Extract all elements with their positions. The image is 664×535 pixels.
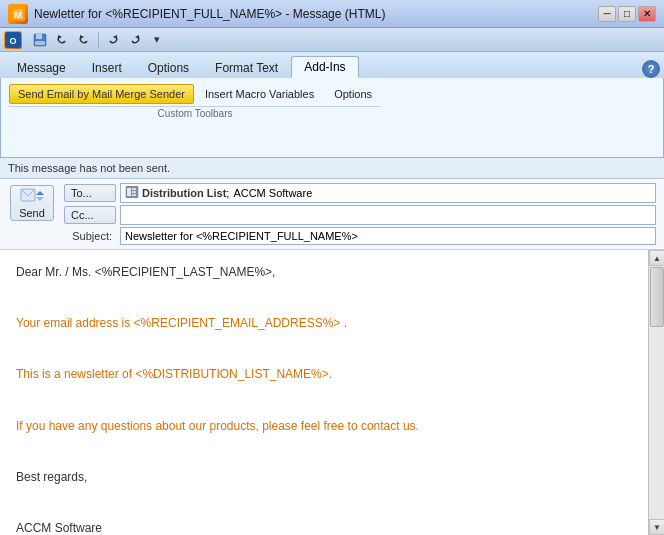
tab-options[interactable]: Options bbox=[135, 56, 202, 78]
email-header: Send To... Distribution List ; bbox=[0, 179, 664, 250]
body-spacer2 bbox=[16, 339, 632, 361]
dist-list-value: ACCM Software bbox=[233, 187, 312, 199]
svg-marker-10 bbox=[113, 35, 117, 39]
options-btn[interactable]: Options bbox=[325, 84, 381, 104]
ribbon-tabs: Message Insert Options Format Text Add-I… bbox=[0, 52, 664, 78]
subject-row: Subject: Newsletter for <%RECIPIENT_FULL… bbox=[64, 227, 656, 245]
svg-text:O: O bbox=[9, 36, 16, 46]
body-line3: This is a newsletter of <%DISTRIBUTION_L… bbox=[16, 364, 632, 386]
cc-field[interactable] bbox=[120, 205, 656, 225]
scroll-thumb[interactable] bbox=[650, 267, 664, 327]
redo-quick-btn[interactable] bbox=[103, 31, 123, 49]
svg-marker-8 bbox=[58, 35, 62, 39]
cc-button[interactable]: Cc... bbox=[64, 206, 116, 224]
toolbar-separator bbox=[98, 32, 99, 48]
send-button-area: Send bbox=[8, 183, 56, 223]
app-window: M Newletter for <%RECIPIENT_FULL_NAME%> … bbox=[0, 0, 664, 535]
office-logo: O bbox=[4, 31, 22, 49]
quick-access-toolbar: O ▾ bbox=[0, 28, 664, 52]
body-line3-text: This is a newsletter of <%DISTRIBUTION_L… bbox=[16, 367, 332, 381]
dropdown-quick-btn[interactable]: ▾ bbox=[147, 31, 167, 49]
body-line2: Your email address is <%RECIPIENT_EMAIL_… bbox=[16, 313, 632, 335]
insert-macro-btn[interactable]: Insert Macro Variables bbox=[196, 84, 323, 104]
svg-rect-19 bbox=[132, 194, 136, 196]
tab-format-text[interactable]: Format Text bbox=[202, 56, 291, 78]
email-compose-area: This message has not been sent. Send bbox=[0, 158, 664, 535]
window-title: Newletter for <%RECIPIENT_FULL_NAME%> - … bbox=[34, 7, 598, 21]
recipient-fields: To... Distribution List ; ACCM Software bbox=[64, 183, 656, 245]
send-label: Send bbox=[19, 207, 45, 219]
body-spacer4 bbox=[16, 441, 632, 463]
svg-rect-16 bbox=[127, 188, 131, 196]
svg-marker-14 bbox=[36, 197, 44, 201]
svg-marker-13 bbox=[36, 191, 44, 195]
dist-list-separator: ; bbox=[226, 187, 229, 199]
save-quick-btn[interactable] bbox=[30, 31, 50, 49]
dist-list-label: Distribution List bbox=[142, 187, 226, 199]
dist-book-icon bbox=[125, 186, 139, 200]
message-status-bar: This message has not been sent. bbox=[0, 158, 664, 179]
title-bar: M Newletter for <%RECIPIENT_FULL_NAME%> … bbox=[0, 0, 664, 28]
group-label: Custom Toolbars bbox=[9, 106, 381, 119]
app-icon: M bbox=[8, 4, 28, 24]
body-line6: ACCM Software bbox=[16, 518, 632, 535]
tab-insert[interactable]: Insert bbox=[79, 56, 135, 78]
cc-row: Cc... bbox=[64, 205, 656, 225]
svg-rect-6 bbox=[36, 34, 42, 39]
svg-text:M: M bbox=[14, 10, 22, 20]
help-button[interactable]: ? bbox=[642, 60, 660, 78]
addon-group: Send Email by Mail Merge Sender Insert M… bbox=[5, 82, 385, 121]
to-button[interactable]: To... bbox=[64, 184, 116, 202]
scroll-down-arrow[interactable]: ▼ bbox=[649, 519, 664, 535]
undo-quick-btn[interactable] bbox=[52, 31, 72, 49]
undo2-quick-btn[interactable] bbox=[74, 31, 94, 49]
email-body[interactable]: Dear Mr. / Ms. <%RECIPIENT_LAST_NAME%>, … bbox=[0, 250, 648, 535]
minimize-button[interactable]: ─ bbox=[598, 6, 616, 22]
body-spacer5 bbox=[16, 492, 632, 514]
not-sent-text: This message has not been sent. bbox=[8, 162, 170, 174]
scroll-space bbox=[649, 328, 664, 519]
tab-add-ins[interactable]: Add-Ins bbox=[291, 56, 358, 78]
ribbon-buttons: Send Email by Mail Merge Sender Insert M… bbox=[9, 84, 381, 104]
body-spacer1 bbox=[16, 288, 632, 310]
svg-rect-7 bbox=[35, 41, 45, 45]
body-line2-text: Your email address is <%RECIPIENT_EMAIL_… bbox=[16, 316, 347, 330]
ribbon: Message Insert Options Format Text Add-I… bbox=[0, 52, 664, 158]
window-controls: ─ □ ✕ bbox=[598, 6, 656, 22]
svg-rect-18 bbox=[132, 191, 136, 193]
vertical-scrollbar[interactable]: ▲ ▼ bbox=[648, 250, 664, 535]
to-row: To... Distribution List ; ACCM Software bbox=[64, 183, 656, 203]
body-spacer3 bbox=[16, 390, 632, 412]
body-line1: Dear Mr. / Ms. <%RECIPIENT_LAST_NAME%>, bbox=[16, 262, 632, 284]
svg-marker-9 bbox=[80, 35, 84, 39]
to-field[interactable]: Distribution List ; ACCM Software bbox=[120, 183, 656, 203]
send-mail-merge-btn[interactable]: Send Email by Mail Merge Sender bbox=[9, 84, 194, 104]
svg-rect-17 bbox=[132, 188, 136, 190]
restore-button[interactable]: □ bbox=[618, 6, 636, 22]
scroll-up-arrow[interactable]: ▲ bbox=[649, 250, 664, 266]
ribbon-content: Send Email by Mail Merge Sender Insert M… bbox=[0, 78, 664, 158]
svg-marker-11 bbox=[135, 35, 139, 39]
close-button[interactable]: ✕ bbox=[638, 6, 656, 22]
redo2-quick-btn[interactable] bbox=[125, 31, 145, 49]
body-line5: Best regards, bbox=[16, 467, 632, 489]
tab-message[interactable]: Message bbox=[4, 56, 79, 78]
subject-value: Newsletter for <%RECIPIENT_FULL_NAME%> bbox=[125, 230, 358, 242]
send-button[interactable]: Send bbox=[10, 185, 54, 221]
subject-label: Subject: bbox=[64, 230, 116, 242]
email-body-wrapper: Dear Mr. / Ms. <%RECIPIENT_LAST_NAME%>, … bbox=[0, 250, 664, 535]
subject-field[interactable]: Newsletter for <%RECIPIENT_FULL_NAME%> bbox=[120, 227, 656, 245]
body-line4: If you have any questions about our prod… bbox=[16, 416, 632, 438]
